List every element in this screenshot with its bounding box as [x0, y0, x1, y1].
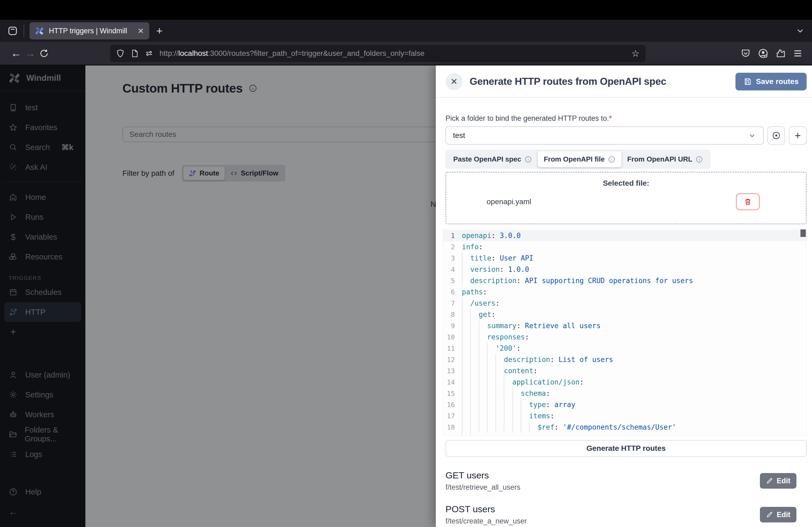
tab-label: Paste OpenAPI spec [453, 155, 521, 163]
route-path: f/test/retrieve_all_users [446, 483, 520, 492]
edit-label: Edit [777, 511, 791, 519]
pencil-icon [766, 511, 773, 518]
account-icon[interactable] [758, 48, 768, 59]
generate-label: Generate HTTP routes [586, 444, 666, 453]
back-button[interactable]: ← [9, 47, 23, 59]
permissions-icon[interactable] [144, 49, 154, 58]
forward-button[interactable]: → [23, 47, 37, 59]
edit-route-button[interactable]: Edit [760, 507, 796, 523]
browser-toolbar: ← → http://localhost:3000/routes?filter_… [0, 42, 812, 65]
tab-from-openapi-file[interactable]: From OpenAPI file [538, 151, 621, 167]
route-title: GET users [446, 470, 520, 481]
save-routes-button[interactable]: Save routes [736, 73, 807, 90]
pencil-icon [766, 477, 773, 484]
plus-icon: + [795, 130, 801, 142]
pocket-icon[interactable] [741, 48, 751, 59]
bookmark-star-icon[interactable]: ☆ [632, 48, 640, 59]
browser-tab-bar: HTTP triggers | Windmill ✕ + [0, 20, 812, 42]
shield-icon[interactable] [116, 49, 125, 58]
selected-file-caption: Selected file: [446, 179, 806, 187]
drawer-title: Generate HTTP routes from OpenAPI spec [470, 76, 666, 87]
chevron-down-icon [748, 132, 756, 139]
editor-scrollbar-thumb[interactable] [800, 229, 806, 237]
route-title: POST users [446, 504, 527, 514]
drawer-backdrop[interactable] [0, 65, 436, 527]
generate-http-routes-button[interactable]: Generate HTTP routes [446, 440, 807, 457]
folder-select[interactable]: test [446, 126, 764, 145]
new-tab-button[interactable]: + [156, 25, 162, 37]
openapi-code-editor[interactable]: 1openapi: 3.0.02info:3title: User API4ve… [443, 229, 807, 436]
folder-field-label: Pick a folder to bind the generated HTTP… [446, 114, 807, 123]
page-info-icon[interactable] [130, 49, 139, 58]
url-text: http://localhost:3000/routes?filter_path… [160, 49, 626, 58]
tab-close-icon[interactable]: ✕ [138, 27, 144, 35]
info-icon [524, 156, 532, 163]
tab-title: HTTP triggers | Windmill [49, 27, 133, 35]
selected-file-name: openapi.yaml [487, 197, 532, 206]
code-lines: 1openapi: 3.0.02info:3title: User API4ve… [443, 230, 806, 436]
tab-label: From OpenAPI URL [627, 155, 693, 163]
save-routes-label: Save routes [756, 77, 799, 86]
info-icon [608, 156, 615, 163]
tabbar-separator [24, 25, 24, 37]
menu-hamburger-icon[interactable] [793, 48, 803, 59]
add-folder-button[interactable]: + [789, 126, 807, 145]
view-folder-button[interactable] [767, 126, 785, 145]
edit-route-button[interactable]: Edit [760, 473, 796, 488]
trash-icon [744, 198, 752, 206]
route-row-get-users: GET users f/test/retrieve_all_users Edit [446, 470, 807, 492]
selected-file-box: Selected file: openapi.yaml [446, 172, 807, 224]
openapi-source-tabs: Paste OpenAPI spec From OpenAPI file Fro… [446, 149, 711, 169]
route-row-post-users: POST users f/test/create_a_new_user Edit [446, 504, 807, 525]
save-icon [743, 77, 752, 86]
drawer-divider [436, 97, 812, 98]
windmill-favicon [35, 26, 44, 35]
tab-paste-openapi-spec[interactable]: Paste OpenAPI spec [447, 151, 538, 167]
app-window: Windmill test Favorites Search ⌘k [0, 65, 812, 527]
info-icon [695, 156, 703, 163]
tab-list-chevron-icon[interactable] [795, 26, 805, 36]
eye-icon [772, 131, 781, 140]
window-top-strip [0, 0, 812, 20]
edit-label: Edit [777, 477, 791, 485]
required-asterisk: * [609, 114, 612, 122]
route-path: f/test/create_a_new_user [446, 517, 527, 525]
tab-from-openapi-url[interactable]: From OpenAPI URL [621, 151, 709, 167]
tab-label: From OpenAPI file [544, 155, 605, 163]
url-bar[interactable]: http://localhost:3000/routes?filter_path… [110, 45, 646, 62]
close-drawer-button[interactable]: ✕ [446, 73, 463, 90]
reload-button[interactable] [37, 48, 51, 58]
extensions-puzzle-icon[interactable] [775, 48, 786, 59]
tab-manager-icon[interactable] [7, 25, 18, 36]
browser-tab[interactable]: HTTP triggers | Windmill ✕ [30, 22, 149, 40]
folder-select-value: test [453, 131, 465, 140]
remove-file-button[interactable] [736, 194, 760, 210]
openapi-drawer: ✕ Generate HTTP routes from OpenAPI spec… [436, 65, 812, 527]
